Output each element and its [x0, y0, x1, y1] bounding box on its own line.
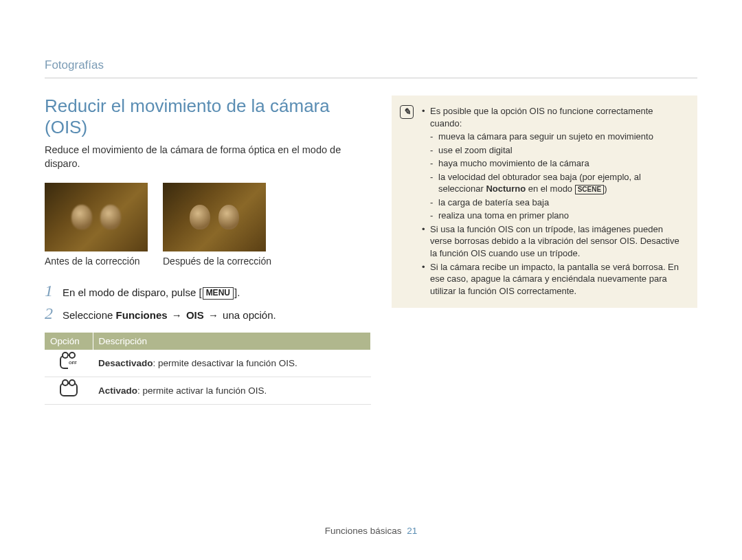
- note-subitem: haya mucho movimiento de la cámara: [430, 157, 686, 170]
- note-item: Si la cámara recibe un impacto, la panta…: [422, 261, 686, 298]
- ois-off-icon: [60, 355, 78, 369]
- note-item: Es posible que la opción OIS no funcione…: [422, 105, 686, 222]
- table-row: Activado: permite activar la función OIS…: [45, 377, 371, 405]
- desc-cell: Activado: permite activar la función OIS…: [93, 377, 371, 405]
- th-option: Opción: [45, 333, 93, 350]
- before-correction-image: [45, 183, 148, 251]
- note-subitem: use el zoom digital: [430, 144, 686, 157]
- note-box: ✎ Es posible que la opción OIS no funcio…: [392, 96, 697, 308]
- th-description: Descripción: [93, 333, 371, 350]
- step-number: 1: [45, 282, 56, 300]
- note-item: Si usa la función OIS con un trípode, la…: [422, 223, 686, 260]
- sample-before: Antes de la corrección: [45, 183, 148, 267]
- step-text: En el modo de disparo, pulse [MENU].: [63, 285, 240, 300]
- table-row: Desactivado: permite desactivar la funci…: [45, 350, 371, 377]
- breadcrumb: Fotografías: [45, 58, 697, 78]
- note-subitem: la velocidad del obturador sea baja (por…: [430, 171, 686, 195]
- step-1: 1 En el modo de disparo, pulse [MENU].: [45, 282, 371, 300]
- page-footer: Funciones básicas 21: [0, 526, 742, 536]
- note-subitem: mueva la cámara para seguir un sujeto en…: [430, 131, 686, 143]
- sample-images-row: Antes de la corrección Después de la cor…: [45, 183, 371, 267]
- step-2: 2 Seleccione Funciones → OIS → una opció…: [45, 304, 371, 323]
- ois-on-icon: [60, 383, 78, 396]
- page-title: Reducir el movimiento de la cámara (OIS): [45, 96, 371, 138]
- left-column: Reducir el movimiento de la cámara (OIS)…: [45, 96, 371, 405]
- step-number: 2: [45, 304, 56, 323]
- intro-text: Reduce el movimiento de la cámara de for…: [45, 144, 371, 170]
- note-subitem: realiza una toma en primer plano: [430, 210, 686, 222]
- right-column: ✎ Es posible que la opción OIS no funcio…: [392, 96, 697, 405]
- content-columns: Reducir el movimiento de la cámara (OIS)…: [45, 96, 697, 405]
- step-text: Seleccione Funciones → OIS → una opción.: [63, 308, 276, 322]
- after-correction-image: [163, 183, 266, 251]
- sample-after: Después de la corrección: [163, 183, 271, 267]
- page-content: Fotografías Reducir el movimiento de la …: [0, 0, 742, 560]
- options-table: Opción Descripción Desactivado: permite …: [45, 333, 371, 405]
- scene-mode-label: SCENE: [575, 185, 604, 194]
- after-label: Después de la corrección: [163, 256, 271, 267]
- note-subitem: la carga de batería sea baja: [430, 197, 686, 209]
- note-list: Es posible que la opción OIS no funcione…: [422, 105, 686, 297]
- steps-list: 1 En el modo de disparo, pulse [MENU]. 2…: [45, 282, 371, 323]
- note-icon: ✎: [400, 105, 414, 119]
- desc-cell: Desactivado: permite desactivar la funci…: [93, 350, 371, 377]
- before-label: Antes de la corrección: [45, 256, 148, 267]
- menu-button-label: MENU: [203, 287, 234, 300]
